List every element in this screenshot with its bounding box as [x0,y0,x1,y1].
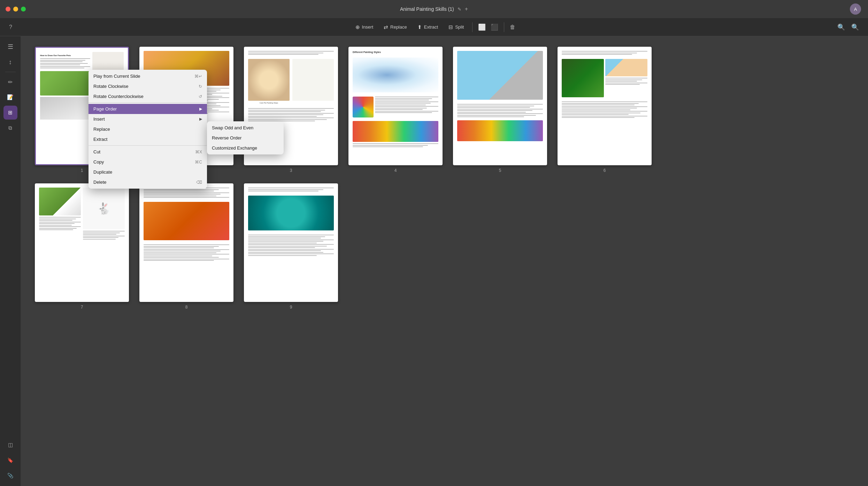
menu-label-duplicate: Duplicate [93,169,112,175]
maximize-button[interactable] [21,7,26,12]
sidebar-item-edit[interactable]: ✏ [3,75,17,89]
page7-rabbit-sketch: 🐇 [83,188,125,229]
menu-item-extract[interactable]: Extract [89,134,207,144]
page3-subtitle: Cute Pet Painting Steps [248,102,290,104]
menu-item-delete[interactable]: Delete ⌫ [89,177,207,187]
menu-item-replace[interactable]: Replace [89,124,207,134]
submenu-item-customized-exchange[interactable]: Customized Exchange [207,143,284,153]
context-menu-main: Play from Current Slide ⌘↵ Rotate Clockw… [89,70,207,189]
help-button[interactable]: ? [7,23,14,32]
bookmark-icon: 🔖 [7,457,13,463]
sidebar-item-organize[interactable]: ⊞ [3,106,17,120]
scroll-icon: ↕ [9,59,12,66]
menu-item-insert[interactable]: Insert ▶ [89,114,207,124]
page3-chihuahua [248,59,290,101]
page-inner-9 [244,183,338,302]
split-button[interactable]: ⊟ Split [444,22,469,32]
submenu-label-reverse: Reverse Order [212,135,241,141]
toolbar-help: ? [7,23,14,32]
menu-item-page-order[interactable]: Page Order ▶ [89,104,207,114]
page-thumb-4[interactable]: Different Painting Styles [348,47,443,173]
page-thumb-7[interactable]: 🐇 [35,183,129,310]
sidebar-item-bookmark[interactable]: 🔖 [3,453,17,467]
edit-title-icon[interactable]: ✎ [458,7,461,12]
insert-button[interactable]: ⊕ Insert [351,22,378,32]
toolbar-divider-1 [472,22,473,32]
toolbar-right: 🔍 🔍 [835,22,861,32]
page6-portrait [605,59,647,76]
menu-label-page-order: Page Order [93,106,117,112]
page-inner-5 [453,47,547,165]
page5-pencils [457,120,543,141]
page-num-6: 6 [604,168,606,173]
page-num-1: 1 [81,168,83,173]
page-num-5: 5 [499,168,501,173]
menu-item-duplicate[interactable]: Duplicate [89,167,207,177]
page-thumb-5[interactable]: 5 [453,47,547,173]
minimize-button[interactable] [13,7,18,12]
submenu-item-swap-odd-even[interactable]: Swap Odd and Even [207,123,284,133]
insert-arrow: ▶ [199,117,202,121]
menu-item-rotate-ccw[interactable]: Rotate Counterclockwise ↺ [89,91,207,101]
menu-label-rotate-ccw: Rotate Counterclockwise [93,94,144,99]
sidebar-item-annotate[interactable]: 📝 [3,90,17,104]
annotate-icon: 📝 [7,94,14,100]
page-thumb-9[interactable]: 9 [244,183,338,310]
page3-sketch [292,59,334,101]
menu-item-cut[interactable]: Cut ⌘X [89,147,207,157]
menu-label-play: Play from Current Slide [93,74,140,79]
page-thumb-8[interactable]: 8 [139,183,233,310]
avatar[interactable]: A [850,3,861,15]
context-menu: Play from Current Slide ⌘↵ Rotate Clockw… [89,70,207,189]
menu-item-copy[interactable]: Copy ⌘C [89,157,207,167]
extract-button[interactable]: ⬆ Extract [413,22,443,32]
organize-icon: ⊞ [8,109,13,116]
copy-shortcut: ⌘C [195,160,202,165]
rotate-ccw-shortcut: ↺ [199,94,202,99]
page9-turtle [248,196,334,230]
compare-icon: ⧉ [8,125,12,131]
cut-shortcut: ⌘X [195,150,202,154]
page4-pencils [353,121,438,142]
sidebar-item-pages[interactable]: ☰ [3,40,17,54]
sidebar-item-paperclip[interactable]: 📎 [3,469,17,483]
menu-label-copy: Copy [93,159,104,165]
menu-label-extract: Extract [93,137,107,142]
titlebar-center: Animal Painting Skills (1) ✎ + [400,6,468,12]
page8-bird-art [144,202,229,240]
extract-icon: ⬆ [417,24,422,30]
menu-label-delete: Delete [93,180,107,185]
page-num-3: 3 [290,168,292,173]
delete-shortcut: ⌫ [196,180,202,185]
replace-icon: ⇄ [384,24,388,30]
window-controls [6,7,26,12]
toolbar-actions: ⊕ Insert ⇄ Replace ⬆ Extract ⊟ Split ⬜ ⬛… [351,22,518,32]
sidebar-item-compare[interactable]: ⧉ [3,121,17,135]
menu-item-play[interactable]: Play from Current Slide ⌘↵ [89,71,207,81]
split-icon: ⊟ [448,24,453,30]
zoom-in-button[interactable]: 🔍 [849,22,861,32]
menu-separator-2 [89,145,207,146]
page-thumb-6[interactable]: 6 [558,47,652,173]
replace-button[interactable]: ⇄ Replace [379,22,412,32]
edit-icon: ✏ [8,79,13,85]
page4-title: Different Painting Styles [353,51,438,53]
delete-toolbar-button[interactable]: 🗑 [508,23,517,32]
page-inner-8 [139,183,233,302]
play-shortcut: ⌘↵ [194,74,202,79]
submenu-item-reverse-order[interactable]: Reverse Order [207,133,284,143]
menu-item-rotate-cw[interactable]: Rotate Clockwise ↻ [89,81,207,91]
add-tab-icon[interactable]: + [465,6,468,12]
page4-watercolor [353,58,438,92]
page-icon-1[interactable]: ⬜ [476,22,488,32]
sidebar-item-scroll[interactable]: ↕ [3,55,17,69]
toolbar-divider-2 [504,22,504,32]
sidebar-item-layers[interactable]: ◫ [3,438,17,452]
menu-separator-1 [89,102,207,103]
close-button[interactable] [6,7,10,12]
menu-label-replace: Replace [93,127,110,132]
zoom-out-button[interactable]: 🔍 [835,22,847,32]
context-submenu-page-order: Swap Odd and Even Reverse Order Customiz… [207,121,284,154]
page7-rabbit-photo [39,188,81,215]
page-icon-2[interactable]: ⬛ [489,22,500,32]
